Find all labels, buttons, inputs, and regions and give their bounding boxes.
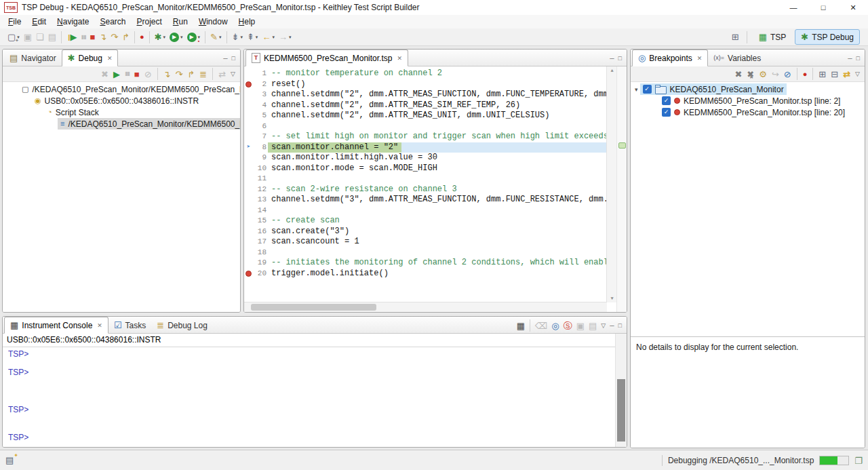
editor-content[interactable]: 1-- monitor temperature on channel 22res… [244, 66, 627, 312]
breakpoint-gutter[interactable] [244, 248, 253, 258]
debug-tree-item[interactable]: ◉USB0::0x05E6::0x6500::04386016::INSTR [3, 95, 240, 106]
maximize-view-button[interactable]: □ [854, 51, 862, 66]
breakpoint-gutter[interactable] [244, 184, 253, 195]
pin-console-button[interactable]: ▣ [574, 318, 587, 333]
breakpoint-tree-item[interactable]: ▾✓KEDAQ6510_PreScan_Monitor [631, 83, 865, 95]
highlight-pen-dropdown[interactable]: ▾ [219, 35, 222, 40]
disconnect-button[interactable]: ⊘ [142, 66, 154, 81]
code-line-1[interactable]: 1-- monitor temperature on channel 2 [244, 68, 607, 79]
maximize-view-button[interactable]: □ [616, 51, 624, 66]
breakpoint-checkbox[interactable]: ✓ [662, 108, 671, 117]
code-line-3[interactable]: 3channel.setdmm("2", dmm.ATTR_MEAS_FUNCT… [244, 90, 607, 100]
remove-terminated-button[interactable]: ✖ [99, 66, 111, 81]
breakpoint-gutter[interactable] [244, 132, 253, 142]
tab-breakpoints[interactable]: ◎Breakpoints✕ [632, 50, 708, 66]
code-line-9[interactable]: 9scan.monitor.limit.high.value = 30 [244, 153, 607, 163]
minimize-view-button[interactable]: ─ [608, 51, 616, 66]
tab-kedmm6500-prescan-monitor-tsp[interactable]: TKEDMM6500_PreScan_Monitor.tsp✕ [245, 50, 408, 66]
next-annotation-dropdown[interactable]: ▾ [240, 35, 243, 40]
stop-script-button[interactable]: Ⓢ [561, 318, 574, 333]
breakpoint-gutter[interactable] [244, 269, 253, 279]
menu-window[interactable]: Window [193, 16, 233, 28]
debug-tree-item[interactable]: ≡/KEDAQ6510_PreScan_Monitor/KEDMM6500_Pr… [3, 118, 240, 130]
overview-ruler[interactable] [616, 66, 627, 312]
breakpoint-gutter[interactable] [244, 258, 253, 269]
tab-navigator[interactable]: ▤Navigator [4, 50, 62, 66]
clear-console-button[interactable]: ⌫ [533, 318, 549, 333]
code-line-16[interactable]: 16scan.create("3") [244, 227, 607, 237]
suspend-button[interactable]: ▮▮ [123, 66, 132, 81]
previous-annotation-dropdown[interactable]: ▾ [256, 35, 258, 40]
code-line-13[interactable]: 13channel.setdmm("3", dmm.ATTR_MEAS_FUNC… [244, 195, 607, 205]
suspend-button[interactable]: ▮▮ [79, 30, 88, 45]
debug-button[interactable]: ✱▾ [153, 30, 167, 45]
menu-run[interactable]: Run [167, 16, 193, 28]
step-over-button[interactable]: ↷ [108, 30, 120, 45]
code-line-2[interactable]: 2reset() [244, 79, 607, 90]
breakpoint-tree-item[interactable]: ✓KEDMM6500_PreScan_Monitor.tsp [line: 2] [631, 95, 865, 106]
expand-chevron-icon[interactable]: ▾ [635, 86, 638, 93]
new-script-button[interactable]: ▢✦▾ [5, 30, 22, 45]
code-line-17[interactable]: 17scan.scancount = 1 [244, 237, 607, 248]
tab-tasks[interactable]: ☑Tasks [108, 317, 151, 333]
add-breakpoint-button[interactable]: ● [801, 66, 810, 81]
step-return-button[interactable]: ↱ [185, 66, 197, 81]
close-tab-icon[interactable]: ✕ [107, 55, 113, 62]
close-tab-icon[interactable]: ✕ [397, 55, 402, 62]
breakpoint-gutter[interactable] [244, 227, 253, 237]
tab-instrument-console[interactable]: ▦Instrument Console✕ [4, 317, 108, 334]
code-line-7[interactable]: 7-- set limit high on monitor and trigge… [244, 132, 607, 142]
run-button[interactable]: ▶▾ [167, 30, 185, 45]
breakpoint-gutter[interactable] [244, 237, 253, 248]
next-annotation-button[interactable]: ⇟▾ [230, 30, 245, 45]
code-line-10[interactable]: 10scan.monitor.mode = scan.MODE_HIGH [244, 163, 607, 174]
code-line-5[interactable]: 5channel.setdmm("2", dmm.ATTR_MEAS_UNIT,… [244, 111, 607, 121]
background-operations-icon[interactable]: ❐ [854, 456, 863, 466]
forward-button[interactable]: →▾ [277, 30, 294, 45]
breakpoint-gutter[interactable] [244, 90, 253, 100]
horizontal-scroll-thumb[interactable] [251, 304, 376, 311]
console-scroll-thumb[interactable] [617, 379, 625, 442]
highlight-pen-button[interactable]: ✎▾ [208, 30, 223, 45]
breakpoint-gutter[interactable] [244, 68, 253, 79]
code-line-4[interactable]: 4channel.setdmm("2", dmm.ATTR_MEAS_SIM_R… [244, 100, 607, 111]
back-button[interactable]: ←▾ [260, 30, 277, 45]
menu-edit[interactable]: Edit [26, 16, 52, 28]
code-line-12[interactable]: 12-- scan 2-wire resistance on channel 3 [244, 184, 607, 195]
breakpoint-gutter[interactable] [244, 174, 253, 184]
close-tab-icon[interactable]: ✕ [97, 322, 102, 329]
perspective-tsp[interactable]: ▦ TSP [753, 29, 793, 45]
editor-vertical-scrollbar[interactable]: ▲ ▼ [606, 66, 617, 302]
view-layout-button[interactable]: ≣ [197, 66, 209, 81]
back-dropdown[interactable]: ▾ [272, 35, 275, 40]
current-line-marker[interactable] [618, 142, 626, 149]
step-over-button[interactable]: ↷ [173, 66, 184, 81]
breakpoint-checkbox[interactable]: ✓ [662, 96, 671, 105]
remove-all-breakpoints-button[interactable]: ✖✖ [745, 66, 756, 81]
terminate-button[interactable]: ■ [87, 30, 97, 45]
minimize-view-button[interactable]: ─ [608, 318, 616, 333]
step-into-button[interactable]: ↴ [97, 30, 108, 45]
show-output-when-changed-button[interactable]: ◎ [549, 318, 561, 333]
filter-button[interactable]: ⇄ [216, 66, 228, 81]
breakpoint-gutter[interactable] [244, 79, 253, 90]
view-menu-button[interactable]: ▽ [599, 318, 608, 333]
tab-variables[interactable]: (x)=Variables [708, 50, 766, 66]
close-button[interactable]: ✕ [838, 0, 868, 15]
minimize-view-button[interactable]: ─ [221, 51, 229, 66]
code-line-19[interactable]: 19-- initiates the monitoring of channel… [244, 258, 607, 269]
code-area[interactable]: 1-- monitor temperature on channel 22res… [244, 68, 607, 302]
minimize-view-button[interactable]: ─ [846, 51, 854, 66]
display-console-button[interactable]: ▦ [515, 318, 527, 333]
code-line-14[interactable]: 14 [244, 205, 607, 216]
code-line-11[interactable]: 11 [244, 174, 607, 184]
debug-dropdown[interactable]: ▾ [163, 35, 166, 40]
breakpoint-gutter[interactable] [244, 100, 253, 111]
save-button[interactable]: ▣ [22, 30, 34, 45]
breakpoint-checkbox[interactable]: ✓ [643, 85, 652, 94]
breakpoint-gutter[interactable] [244, 111, 253, 121]
menu-project[interactable]: Project [131, 16, 167, 28]
console-vertical-scrollbar[interactable] [615, 334, 627, 447]
breakpoint-gutter[interactable] [244, 216, 253, 227]
code-line-18[interactable]: 18 [244, 248, 607, 258]
